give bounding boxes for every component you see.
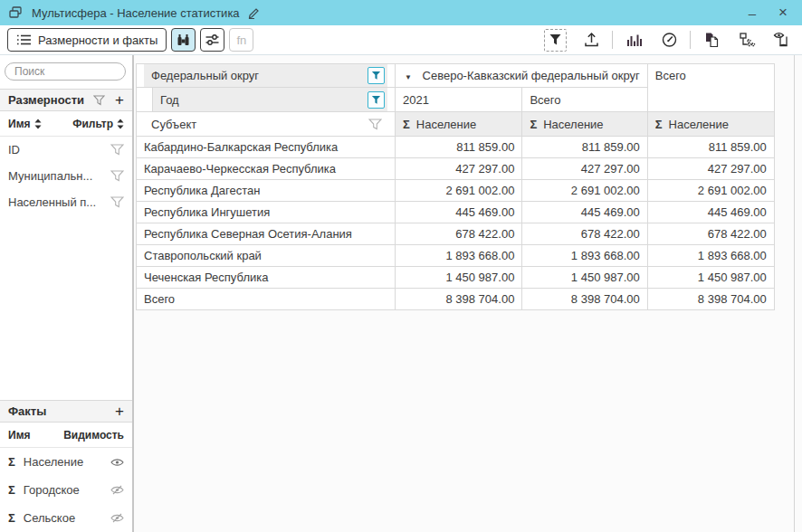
row-label[interactable]: Карачаево-Черкесская Республика (137, 158, 396, 180)
table-row[interactable]: Республика Ингушетия 445 469.00 445 469.… (137, 202, 775, 223)
window-title: Мультисфера - Население статистика (32, 6, 240, 20)
value-cell[interactable]: 678 422.00 (647, 223, 774, 245)
col-dimension-cell[interactable]: Федеральный округ (137, 64, 396, 88)
row-label[interactable]: Кабардино-Балкарская Республика (137, 137, 396, 158)
value-cell[interactable]: 1 893 668.00 (396, 245, 522, 267)
find-binoculars-button[interactable] (171, 28, 196, 52)
value-cell[interactable]: 811 859.00 (647, 137, 774, 158)
dimensions-facts-button[interactable]: Размерности и факты (7, 28, 167, 52)
dimensions-name-col: Имя (8, 118, 31, 130)
fact-item-population[interactable]: Σ Население (0, 448, 132, 476)
value-cell[interactable]: 678 422.00 (396, 223, 522, 245)
row-label[interactable]: Республика Северная Осетия-Алания (137, 223, 396, 245)
value-cell[interactable]: 1 893 668.00 (647, 245, 774, 267)
filter-icon[interactable] (544, 29, 567, 52)
measure-header[interactable]: ΣНаселение (647, 112, 774, 137)
row-label[interactable]: Ставропольский край (137, 245, 396, 267)
measure-header[interactable]: ΣНаселение (522, 112, 647, 137)
dimensions-facts-label: Размерности и факты (38, 33, 158, 47)
row-label[interactable]: Чеченская Республика (137, 267, 396, 289)
subject-filter-icon[interactable] (368, 119, 382, 130)
row-dimension-cell[interactable]: Субъект (137, 112, 396, 137)
value-cell[interactable]: 2 691 002.00 (647, 180, 774, 202)
value-cell[interactable]: 8 398 704.00 (647, 289, 774, 310)
sort-icon[interactable] (34, 119, 42, 129)
table-row[interactable]: Республика Северная Осетия-Алания 678 42… (137, 223, 775, 245)
table-row[interactable]: Ставропольский край 1 893 668.00 1 893 6… (137, 245, 775, 267)
row-filter-icon[interactable] (110, 196, 124, 208)
eye-off-icon[interactable] (110, 513, 124, 523)
sidebar-spacer (0, 215, 132, 400)
dimensions-filter-icon[interactable] (93, 95, 105, 106)
vertical-scrollbar[interactable] (794, 55, 795, 532)
value-cell[interactable]: 427 297.00 (522, 158, 647, 180)
eye-icon[interactable] (110, 458, 124, 467)
table-row-total[interactable]: Всего 8 398 704.00 8 398 704.00 8 398 70… (137, 289, 775, 310)
dimension-item-id[interactable]: ID (0, 137, 132, 163)
dimensions-section-header: Размерности + (0, 89, 132, 111)
value-cell[interactable]: 427 297.00 (396, 158, 522, 180)
year-value-cell[interactable]: 2021 (396, 88, 522, 112)
binoculars-icon (176, 33, 191, 47)
fact-item-urban[interactable]: Σ Городское (0, 476, 132, 504)
value-cell[interactable]: 445 469.00 (522, 202, 647, 223)
add-dimension-button[interactable]: + (115, 94, 124, 107)
settings-sliders-button[interactable] (200, 28, 224, 52)
copy-pages-icon[interactable] (701, 29, 722, 51)
table-row[interactable]: Кабардино-Балкарская Республика 811 859.… (137, 137, 775, 158)
row-filter-icon[interactable] (110, 144, 124, 156)
dimension-item-municipal[interactable]: Муниципальн... (0, 163, 132, 189)
value-cell[interactable]: 2 691 002.00 (522, 180, 647, 202)
row-label[interactable]: Всего (137, 289, 396, 310)
facts-visibility-col: Видимость (63, 429, 124, 442)
value-cell[interactable]: 1 450 987.00 (396, 267, 522, 289)
value-cell[interactable]: 2 691 002.00 (396, 180, 522, 202)
group-header-cell[interactable]: ▼ Северо-Кавказский федеральный округ (396, 64, 648, 88)
edit-title-icon[interactable] (247, 6, 261, 19)
fn-button[interactable]: fn (229, 28, 253, 52)
row-filter-icon[interactable] (110, 170, 124, 182)
add-fact-button[interactable]: + (115, 405, 124, 418)
filter-button-federal-district[interactable] (368, 67, 385, 84)
measure-header-row: Субъект ΣНаселение ΣНаселение ΣНаселение (137, 112, 775, 137)
value-cell[interactable]: 1 893 668.00 (522, 245, 647, 267)
database-eye-icon[interactable] (771, 29, 793, 51)
sidebar: Размерности + Имя Фильтр (0, 55, 134, 532)
grand-total-col-cell[interactable]: Всего (647, 64, 774, 112)
value-cell[interactable]: 811 859.00 (396, 137, 522, 158)
value-cell[interactable]: 8 398 704.00 (522, 289, 647, 310)
measure-header[interactable]: ΣНаселение (396, 112, 522, 137)
hierarchy-icon[interactable] (736, 29, 758, 51)
collapse-icon[interactable]: ▼ (405, 73, 412, 81)
app-window: Мультисфера - Население статистика – × Р… (0, 0, 802, 532)
search-input[interactable] (5, 62, 126, 81)
value-cell[interactable]: 678 422.00 (522, 223, 647, 245)
value-cell[interactable]: 445 469.00 (647, 202, 774, 223)
sigma-icon: Σ (403, 118, 410, 131)
table-row[interactable]: Карачаево-Черкесская Республика 427 297.… (137, 158, 775, 180)
toolbar-separator (690, 31, 691, 49)
value-cell[interactable]: 445 469.00 (396, 202, 522, 223)
value-cell[interactable]: 811 859.00 (522, 137, 647, 158)
minimize-button[interactable]: – (737, 0, 768, 25)
sort-icon[interactable] (117, 119, 124, 129)
dimension-item-settlement[interactable]: Населенный п... (0, 189, 132, 215)
value-cell[interactable]: 8 398 704.00 (396, 289, 522, 310)
value-cell[interactable]: 1 450 987.00 (647, 267, 774, 289)
year-dimension-cell[interactable]: Год (137, 88, 396, 112)
bar-chart-icon[interactable] (623, 29, 644, 51)
close-button[interactable]: × (768, 0, 798, 25)
fact-item-rural[interactable]: Σ Сельское (0, 504, 132, 532)
compass-icon[interactable] (658, 29, 680, 51)
filter-button-year[interactable] (368, 91, 385, 109)
export-icon[interactable] (580, 29, 602, 51)
table-row[interactable]: Чеченская Республика 1 450 987.00 1 450 … (137, 267, 775, 289)
row-label[interactable]: Республика Дагестан (137, 180, 396, 202)
row-label[interactable]: Республика Ингушетия (137, 202, 396, 223)
sigma-icon: Σ (8, 511, 15, 525)
value-cell[interactable]: 427 297.00 (647, 158, 774, 180)
value-cell[interactable]: 1 450 987.00 (522, 267, 647, 289)
table-row[interactable]: Республика Дагестан 2 691 002.00 2 691 0… (137, 180, 775, 202)
eye-off-icon[interactable] (110, 485, 124, 495)
year-total-cell[interactable]: Всего (522, 88, 647, 112)
